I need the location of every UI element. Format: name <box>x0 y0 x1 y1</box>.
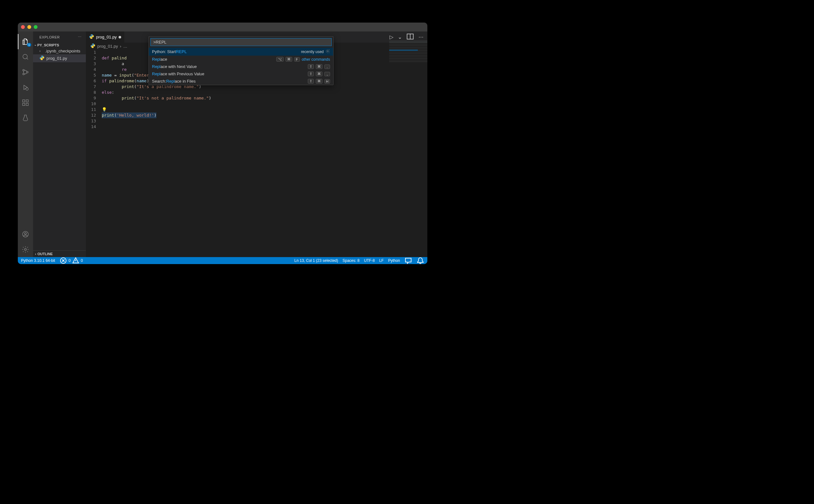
command-palette-meta[interactable]: other commands <box>302 57 330 62</box>
keycap: H <box>324 79 330 84</box>
explorer-badge: 1 <box>27 43 31 47</box>
minimap[interactable] <box>389 41 428 63</box>
status-selection[interactable]: Ln 13, Col 1 (23 selected) <box>294 258 338 263</box>
command-palette-item[interactable]: Replace with Previous Value⇧⌘, <box>149 70 333 78</box>
more-actions-icon[interactable]: ⋯ <box>419 34 424 40</box>
keycap: ⌘ <box>285 57 292 62</box>
window-close-button[interactable] <box>21 25 25 29</box>
python-file-icon <box>89 34 94 40</box>
keycap: ⇧ <box>308 72 314 76</box>
gear-icon[interactable] <box>325 49 330 54</box>
run-dropdown-icon[interactable]: ⌄ <box>398 34 402 40</box>
command-palette-input[interactable] <box>150 38 332 46</box>
split-editor-icon[interactable] <box>406 33 414 42</box>
window-maximize-button[interactable] <box>34 25 38 29</box>
svg-point-4 <box>26 88 28 90</box>
python-file-icon <box>90 43 95 49</box>
keycap: F <box>294 57 300 62</box>
status-feedback-icon[interactable] <box>404 257 412 264</box>
accounts-icon[interactable] <box>18 227 33 242</box>
explorer-icon[interactable]: 1 <box>18 34 33 49</box>
command-palette: Python: Start REPLrecently usedReplace⌥⌘… <box>148 36 333 85</box>
svg-point-3 <box>27 72 28 73</box>
svg-rect-8 <box>26 100 28 102</box>
status-bell-icon[interactable] <box>417 257 424 264</box>
svg-rect-6 <box>23 103 25 106</box>
keycap: ⌘ <box>316 64 322 69</box>
python-file-icon <box>39 55 44 61</box>
extensions-icon[interactable] <box>18 95 33 110</box>
status-encoding[interactable]: UTF-8 <box>364 258 375 263</box>
dirty-indicator-icon <box>119 36 121 38</box>
settings-gear-icon[interactable] <box>18 242 33 257</box>
svg-point-2 <box>23 73 24 75</box>
titlebar[interactable] <box>18 23 428 31</box>
keycap: ⌘ <box>316 72 322 76</box>
run-button[interactable]: ▷ <box>389 34 393 40</box>
run-debug-icon[interactable] <box>18 80 33 95</box>
command-palette-item[interactable]: Python: Start REPLrecently used <box>149 48 333 56</box>
keycap: . <box>324 65 330 69</box>
svg-rect-5 <box>23 100 25 102</box>
minimap-selection <box>389 50 418 51</box>
source-control-icon[interactable] <box>18 65 33 80</box>
sidebar-header: EXPLORER ⋯ <box>33 31 86 43</box>
outline-section[interactable]: › OUTLINE <box>33 250 86 257</box>
activity-bar: 1 <box>18 31 33 257</box>
status-problems[interactable]: 0 0 <box>59 257 83 264</box>
keycap: ⇧ <box>308 79 314 84</box>
svg-point-0 <box>23 54 27 59</box>
svg-point-11 <box>24 249 26 250</box>
command-palette-meta: recently used <box>301 50 324 54</box>
svg-rect-7 <box>26 103 28 106</box>
chevron-right-icon: › <box>35 252 36 256</box>
chevron-down-icon: › <box>34 44 37 45</box>
status-language[interactable]: Python <box>388 258 400 263</box>
tree-folder[interactable]: › .ipynb_checkpoints <box>33 48 86 54</box>
window-minimize-button[interactable] <box>27 25 31 29</box>
command-palette-item[interactable]: Replace with Next Value⇧⌘. <box>149 63 333 70</box>
command-palette-item[interactable]: Replace⌥⌘Fother commands <box>149 56 333 63</box>
status-eol[interactable]: LF <box>379 258 384 263</box>
search-icon[interactable] <box>18 49 33 65</box>
editor-tab[interactable]: prog_01.py <box>86 31 125 43</box>
keycap: , <box>324 72 330 76</box>
status-bar: Python 3.10.1 64-bit 0 0 Ln 13, Col 1 (2… <box>18 257 428 264</box>
command-palette-item[interactable]: Search: Replace in Files⇧⌘H <box>149 78 333 85</box>
status-spaces[interactable]: Spaces: 8 <box>342 258 359 263</box>
keycap: ⇧ <box>308 64 314 69</box>
keycap: ⌘ <box>316 79 322 84</box>
svg-point-1 <box>23 70 24 71</box>
status-python-version[interactable]: Python 3.10.1 64-bit <box>21 258 55 263</box>
folder-section[interactable]: › PY_SCRIPTS <box>33 43 86 48</box>
vscode-window: 1 <box>18 23 428 264</box>
svg-point-10 <box>24 233 26 235</box>
tree-file[interactable]: prog_01.py <box>33 54 86 62</box>
sidebar-title: EXPLORER <box>39 35 60 39</box>
keycap: ⌥ <box>276 57 284 62</box>
sidebar: EXPLORER ⋯ › PY_SCRIPTS › .ipynb_checkpo… <box>33 31 86 257</box>
sidebar-more-icon[interactable]: ⋯ <box>78 35 82 39</box>
line-gutter: 1234567891011121314 <box>86 50 102 257</box>
chevron-right-icon: › <box>39 49 43 53</box>
testing-icon[interactable] <box>18 110 33 126</box>
svg-point-14 <box>327 51 328 52</box>
